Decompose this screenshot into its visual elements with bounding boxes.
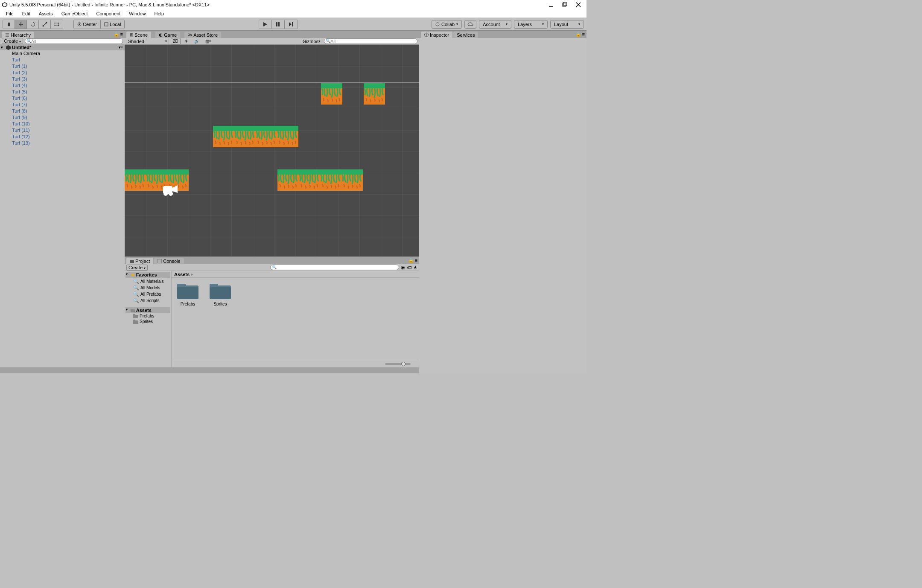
hierarchy-create-button[interactable]: Create ▾	[2, 38, 23, 44]
hierarchy-scene-row[interactable]: Untitled*▾≡	[0, 44, 125, 50]
assets-header[interactable]: Assets	[125, 307, 170, 313]
panel-lock-icon[interactable]: 🔒	[408, 258, 414, 263]
scene-view[interactable]	[125, 45, 419, 256]
hierarchy-item[interactable]: Turf (3)	[0, 76, 125, 82]
project-create-button[interactable]: Create ▾	[126, 265, 148, 271]
project-folder[interactable]: Sprites	[208, 282, 232, 306]
cloud-button[interactable]	[464, 20, 476, 29]
2d-toggle[interactable]: 2D	[171, 38, 181, 44]
menu-edit[interactable]: Edit	[18, 10, 35, 17]
pivot-center-button[interactable]: Center	[74, 20, 101, 29]
filter-by-label-icon[interactable]: 🏷	[407, 265, 411, 270]
scene-search[interactable]: 🔍All	[324, 38, 417, 44]
asset-store-tab[interactable]: 🛍Asset Store	[184, 32, 221, 38]
lighting-toggle[interactable]: ☀	[182, 38, 190, 44]
scale-tool[interactable]	[39, 20, 51, 29]
hierarchy-item[interactable]: Turf (5)	[0, 89, 125, 95]
pivot-local-button[interactable]: Local	[101, 20, 124, 29]
hierarchy-search[interactable]: 🔍All	[25, 38, 123, 44]
services-tab[interactable]: Services	[453, 32, 478, 38]
collab-dropdown[interactable]: Collab▾	[432, 20, 462, 29]
asset-folder-item[interactable]: Sprites	[125, 319, 170, 324]
menu-component[interactable]: Component	[92, 10, 125, 17]
layers-dropdown[interactable]: Layers▾	[514, 20, 548, 29]
effects-dropdown[interactable]: ▧ ▾	[203, 38, 213, 44]
layout-dropdown[interactable]: Layout▾	[550, 20, 584, 29]
project-tree: ★ Favorites 🔍 All Materials🔍 All Models🔍…	[125, 271, 172, 367]
turf-sprite[interactable]	[234, 126, 256, 147]
turf-sprite[interactable]	[320, 169, 341, 191]
play-button[interactable]	[259, 20, 272, 29]
svg-point-30	[169, 192, 173, 196]
hierarchy-tab[interactable]: Hierarchy	[2, 32, 34, 38]
panel-menu-icon[interactable]: ≡	[120, 32, 123, 37]
menu-help[interactable]: Help	[150, 10, 168, 17]
hand-tool[interactable]	[3, 20, 15, 29]
panel-menu-icon[interactable]: ≡	[415, 258, 417, 263]
panel-lock-icon[interactable]: 🔒	[575, 32, 581, 37]
hierarchy-item[interactable]: Turf (2)	[0, 70, 125, 76]
close-button[interactable]	[575, 2, 581, 8]
shading-mode-dropdown[interactable]: Shaded▾	[126, 38, 169, 44]
gizmos-dropdown[interactable]: Gizmos ▾	[301, 38, 322, 44]
svg-rect-4	[563, 2, 567, 6]
project-folder[interactable]: Prefabs	[176, 282, 200, 306]
hierarchy-item[interactable]: Turf (9)	[0, 114, 125, 121]
account-dropdown[interactable]: Account▾	[479, 20, 511, 29]
pause-button[interactable]	[272, 20, 285, 29]
hierarchy-item[interactable]: Turf (12)	[0, 134, 125, 140]
thumbnail-size-slider[interactable]	[385, 363, 411, 365]
audio-toggle[interactable]: 🔊	[192, 38, 201, 44]
turf-sprite[interactable]	[277, 126, 298, 147]
console-tab[interactable]: Console	[154, 258, 184, 264]
favorite-item[interactable]: 🔍 All Scripts	[125, 297, 170, 304]
turf-sprite[interactable]	[125, 169, 146, 191]
hierarchy-item[interactable]: Turf (1)	[0, 63, 125, 70]
hierarchy-item[interactable]: Turf (11)	[0, 127, 125, 134]
hierarchy-item[interactable]: Main Camera	[0, 50, 125, 57]
rotate-tool[interactable]	[27, 20, 39, 29]
menu-window[interactable]: Window	[125, 10, 150, 17]
breadcrumb[interactable]: Assets ▸	[172, 271, 419, 278]
favorite-item[interactable]: 🔍 All Models	[125, 285, 170, 291]
panel-menu-icon[interactable]: ≡	[582, 32, 585, 37]
hierarchy-item[interactable]: Turf (6)	[0, 95, 125, 102]
turf-sprite[interactable]	[321, 83, 342, 105]
maximize-button[interactable]	[562, 2, 568, 8]
hierarchy-item[interactable]: Turf (13)	[0, 140, 125, 146]
save-search-icon[interactable]: ★	[413, 265, 417, 270]
step-button[interactable]	[285, 20, 298, 29]
menu-file[interactable]: File	[2, 10, 18, 17]
project-tab[interactable]: Project	[126, 258, 153, 264]
svg-marker-31	[172, 185, 178, 193]
menu-gameobject[interactable]: GameObject	[57, 10, 92, 17]
hierarchy-item[interactable]: Turf (8)	[0, 108, 125, 114]
favorite-item[interactable]: 🔍 All Prefabs	[125, 291, 170, 297]
filter-by-type-icon[interactable]: ◉	[401, 265, 405, 270]
turf-sprite[interactable]	[341, 169, 363, 191]
rect-tool[interactable]	[51, 20, 63, 29]
minimize-button[interactable]	[548, 2, 554, 8]
hierarchy-item[interactable]: Turf	[0, 57, 125, 63]
game-tab[interactable]: ◐Game	[155, 32, 180, 38]
scene-tab[interactable]: ⊞Scene	[126, 32, 151, 38]
favorites-header[interactable]: ★ Favorites	[125, 272, 170, 278]
panel-lock-icon[interactable]: 🔒	[114, 32, 120, 37]
project-search[interactable]: 🔍	[270, 265, 399, 270]
project-bottom-bar	[172, 360, 419, 367]
turf-sprite[interactable]	[299, 169, 320, 191]
hierarchy-panel: Create ▾ 🔍All Untitled*▾≡ Main CameraTur…	[0, 38, 125, 367]
turf-sprite[interactable]	[256, 126, 277, 147]
menu-assets[interactable]: Assets	[35, 10, 57, 17]
favorite-item[interactable]: 🔍 All Materials	[125, 278, 170, 285]
camera-gizmo-icon[interactable]	[160, 183, 178, 196]
asset-folder-item[interactable]: Prefabs	[125, 313, 170, 319]
turf-sprite[interactable]	[364, 83, 385, 105]
inspector-tab[interactable]: ⓘInspector	[421, 32, 452, 38]
turf-sprite[interactable]	[213, 126, 234, 147]
move-tool[interactable]	[15, 20, 27, 29]
hierarchy-item[interactable]: Turf (7)	[0, 102, 125, 108]
hierarchy-item[interactable]: Turf (10)	[0, 121, 125, 127]
hierarchy-item[interactable]: Turf (4)	[0, 82, 125, 89]
turf-sprite[interactable]	[277, 169, 299, 191]
